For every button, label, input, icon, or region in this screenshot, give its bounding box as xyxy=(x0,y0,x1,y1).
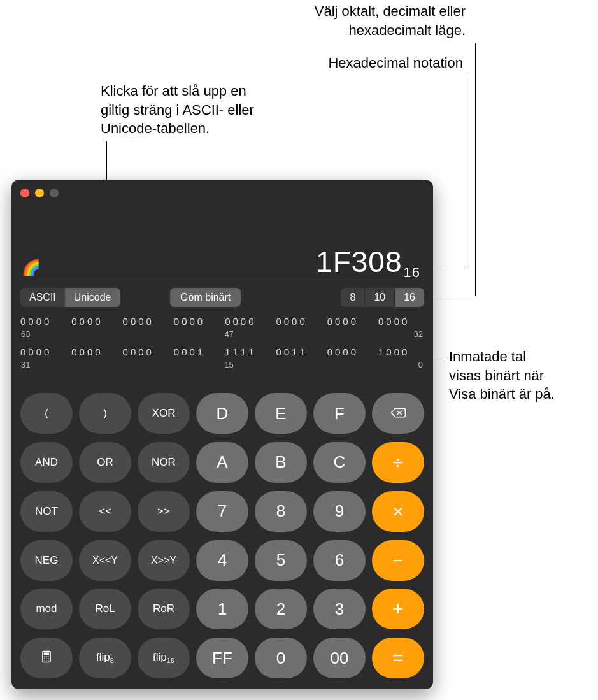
leader-line xyxy=(433,266,467,266)
divide-key[interactable]: ÷ xyxy=(372,442,424,483)
hex-e-key[interactable]: E xyxy=(255,393,307,434)
hex-a-key[interactable]: A xyxy=(196,442,248,483)
bit-index: 31 xyxy=(21,360,67,369)
bit-group[interactable]: 0000 xyxy=(225,316,271,327)
flip16-label: flip16 xyxy=(153,651,174,664)
bit-index: 15 xyxy=(224,360,270,369)
ascii-toggle[interactable]: ASCII xyxy=(20,288,65,307)
equals-key[interactable]: = xyxy=(372,638,424,678)
bit-index: 0 xyxy=(377,360,423,369)
bit-group[interactable]: 0000 xyxy=(276,316,322,327)
and-key[interactable]: AND xyxy=(20,442,73,483)
leader-line xyxy=(467,74,467,266)
base-8-toggle[interactable]: 8 xyxy=(341,288,364,307)
flip8-label: flip8 xyxy=(96,651,114,664)
unicode-toggle[interactable]: Unicode xyxy=(65,288,120,307)
double-zero-key[interactable]: 00 xyxy=(313,638,366,678)
callout-hex-text: Hexadecimal notation xyxy=(297,54,463,73)
flip16-key[interactable]: flip16 xyxy=(138,638,190,678)
hex-b-key[interactable]: B xyxy=(255,442,307,483)
bit-group[interactable]: 0000 xyxy=(123,316,169,327)
bit-group[interactable]: 0000 xyxy=(71,346,117,357)
svg-point-5 xyxy=(46,656,47,657)
bit-index: 32 xyxy=(377,329,423,339)
bit-group[interactable]: 0000 xyxy=(327,346,373,357)
backspace-icon xyxy=(390,404,406,424)
close-paren-key[interactable]: ) xyxy=(79,393,131,434)
hide-binary-button[interactable]: Göm binärt xyxy=(170,288,241,307)
bit-index: 47 xyxy=(224,329,270,339)
xor-key[interactable]: XOR xyxy=(138,393,190,434)
shift-left-key[interactable]: << xyxy=(79,491,131,532)
base-16-toggle[interactable]: 16 xyxy=(395,288,424,307)
svg-point-4 xyxy=(44,656,45,657)
bit-group[interactable]: 1111 xyxy=(225,346,271,357)
nor-key[interactable]: NOR xyxy=(138,442,190,483)
display-value: 1F30816 xyxy=(316,245,420,279)
neg-key[interactable]: NEG xyxy=(20,540,73,581)
digit-9-key[interactable]: 9 xyxy=(313,491,366,532)
hex-f-key[interactable]: F xyxy=(313,393,366,434)
bit-group[interactable]: 0000 xyxy=(378,316,424,327)
digit-8-key[interactable]: 8 xyxy=(255,491,307,532)
binary-row-2: 0000 0000 0000 0001 1111 0011 0000 1000 xyxy=(20,346,424,357)
display-area: 🌈 1F30816 xyxy=(11,199,433,275)
base-10-toggle[interactable]: 10 xyxy=(365,288,394,307)
digit-3-key[interactable]: 3 xyxy=(313,589,366,629)
rotate-right-key[interactable]: RoR xyxy=(138,589,190,629)
leader-line xyxy=(433,296,476,296)
plus-key[interactable]: + xyxy=(372,589,424,629)
zoom-window-button[interactable] xyxy=(50,189,59,197)
bit-group[interactable]: 1000 xyxy=(378,346,424,357)
bit-group[interactable]: 0000 xyxy=(20,346,66,357)
or-key[interactable]: OR xyxy=(79,442,131,483)
binary-index-row-2: 31 15 0 xyxy=(20,360,424,369)
encoding-segmented-control: ASCII Unicode xyxy=(20,288,120,307)
x-shift-right-y-key[interactable]: X>>Y xyxy=(138,540,190,581)
binary-index-row-1: 63 47 32 xyxy=(20,329,424,339)
hex-c-key[interactable]: C xyxy=(313,442,366,483)
not-key[interactable]: NOT xyxy=(20,491,73,532)
bit-group[interactable]: 0000 xyxy=(20,316,66,327)
bit-group[interactable]: 0011 xyxy=(276,346,322,357)
callout-binary-text: Inmatade tal visas binärt när Visa binär… xyxy=(449,347,595,404)
x-shift-left-y-key[interactable]: X<<Y xyxy=(79,540,131,581)
bit-group[interactable]: 0000 xyxy=(71,316,117,327)
bit-group[interactable]: 0000 xyxy=(123,346,169,357)
minimize-window-button[interactable] xyxy=(35,189,44,197)
multiply-key[interactable]: × xyxy=(372,491,424,532)
calculator-icon xyxy=(39,650,54,666)
bit-group[interactable]: 0000 xyxy=(327,316,373,327)
backspace-key[interactable] xyxy=(372,393,424,434)
digit-1-key[interactable]: 1 xyxy=(196,589,248,629)
ff-key[interactable]: FF xyxy=(196,638,248,678)
open-paren-key[interactable]: ( xyxy=(20,393,73,434)
calculator-mode-key[interactable] xyxy=(20,638,73,678)
digit-2-key[interactable]: 2 xyxy=(255,589,307,629)
digit-0-key[interactable]: 0 xyxy=(255,638,307,678)
svg-point-7 xyxy=(44,658,45,659)
hex-d-key[interactable]: D xyxy=(196,393,248,434)
svg-rect-3 xyxy=(44,652,49,655)
callout-mode-text: Välj oktalt, decimalt eller hexadecimalt… xyxy=(255,2,466,39)
bit-group[interactable]: 0000 xyxy=(174,316,220,327)
base-segmented-control: 8 10 16 xyxy=(341,288,424,307)
display-base-subscript: 16 xyxy=(404,264,420,280)
digit-5-key[interactable]: 5 xyxy=(255,540,307,581)
minus-key[interactable]: − xyxy=(372,540,424,581)
calculator-window: 🌈 1F30816 ASCII Unicode Göm binärt 8 10 … xyxy=(11,180,433,689)
digit-7-key[interactable]: 7 xyxy=(196,491,248,532)
svg-point-10 xyxy=(44,660,45,661)
callout-ascii-text: Klicka för att slå upp en giltig sträng … xyxy=(101,82,304,138)
close-window-button[interactable] xyxy=(20,189,29,197)
rotate-left-key[interactable]: RoL xyxy=(79,589,131,629)
shift-right-key[interactable]: >> xyxy=(138,491,190,532)
flip8-key[interactable]: flip8 xyxy=(79,638,131,678)
bit-group[interactable]: 0001 xyxy=(174,346,220,357)
digit-6-key[interactable]: 6 xyxy=(313,540,366,581)
leader-line xyxy=(475,43,476,296)
binary-display: 0000 0000 0000 0000 0000 0000 0000 0000 … xyxy=(20,316,424,377)
digit-4-key[interactable]: 4 xyxy=(196,540,248,581)
mod-key[interactable]: mod xyxy=(20,589,73,629)
svg-point-12 xyxy=(48,660,49,661)
